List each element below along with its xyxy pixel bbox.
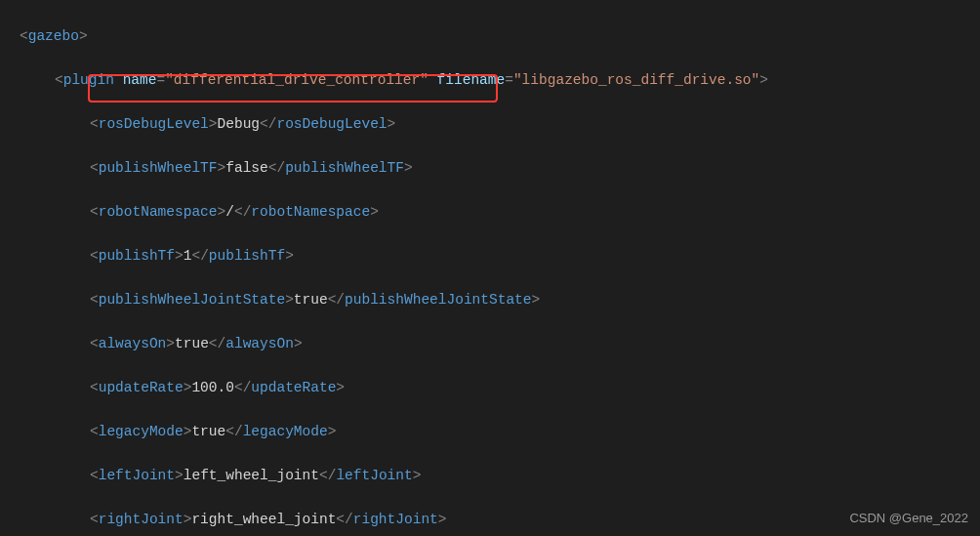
tag-updaterate: updateRate — [99, 380, 184, 395]
code-line: <publishWheelJointState>true</publishWhe… — [0, 289, 980, 310]
attr-filename: filename — [437, 72, 506, 88]
code-line: <legacyMode>true</legacyMode> — [0, 421, 980, 442]
val-legacymode: true — [191, 424, 225, 439]
tag-leftjoint: leftJoint — [99, 468, 175, 483]
val-plugin-filename: "libgazebo_ros_diff_drive.so" — [513, 72, 759, 88]
val-rightjoint: right_wheel_joint — [191, 512, 336, 527]
tag-publishtf: publishTf — [99, 248, 175, 264]
val-publishwheeltf: false — [225, 160, 268, 176]
tag-rosdebuglevel: rosDebugLevel — [99, 116, 209, 132]
code-line: <publishTf>1</publishTf> — [0, 245, 980, 267]
val-robotnamespace: / — [225, 204, 234, 220]
tag-publishwheeltf: publishWheelTF — [99, 160, 218, 176]
code-line-highlighted: <publishWheelTF>false</publishWheelTF> — [0, 157, 980, 179]
watermark-text: CSDN @Gene_2022 — [849, 509, 968, 528]
tag-publishwheeljointstate: publishWheelJointState — [99, 292, 285, 308]
code-line: <updateRate>100.0</updateRate> — [0, 377, 980, 398]
val-plugin-name: "differential_drive_controller" — [165, 72, 429, 88]
code-line: <plugin name="differential_drive_control… — [0, 69, 980, 91]
val-alwayson: true — [175, 336, 209, 351]
tag-plugin: plugin — [63, 72, 114, 88]
attr-name: name — [123, 72, 157, 88]
tag-legacymode: legacyMode — [99, 424, 184, 439]
tag-gazebo: gazebo — [28, 28, 79, 44]
tag-rightjoint: rightJoint — [99, 512, 184, 527]
val-updaterate: 100.0 — [191, 380, 234, 395]
code-block: <gazebo> <plugin name="differential_driv… — [0, 0, 980, 536]
code-line: <robotNamespace>/</robotNamespace> — [0, 201, 980, 223]
val-rosdebuglevel: Debug — [218, 116, 261, 132]
code-line: <alwaysOn>true</alwaysOn> — [0, 333, 980, 354]
tag-robotnamespace: robotNamespace — [99, 204, 218, 220]
code-line: <rightJoint>right_wheel_joint</rightJoin… — [0, 509, 980, 530]
val-leftjoint: left_wheel_joint — [184, 468, 319, 483]
code-line: <gazebo> — [0, 25, 980, 47]
val-publishwheeljointstate: true — [294, 292, 328, 308]
tag-alwayson: alwaysOn — [99, 336, 167, 351]
code-line: <leftJoint>left_wheel_joint</leftJoint> — [0, 465, 980, 486]
code-line: <rosDebugLevel>Debug</rosDebugLevel> — [0, 113, 980, 135]
